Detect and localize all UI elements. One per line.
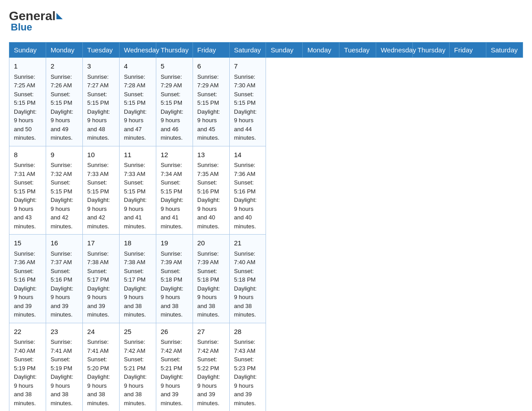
calendar-cell: 23Sunrise: 7:41 AMSunset: 5:19 PMDayligh…	[46, 323, 82, 411]
day-number: 16	[51, 238, 78, 248]
calendar-cell: 21Sunrise: 7:40 AMSunset: 5:18 PMDayligh…	[229, 235, 266, 323]
day-number: 21	[234, 238, 262, 248]
logo: General Blue	[9, 9, 64, 33]
calendar-cell: 6Sunrise: 7:29 AMSunset: 5:15 PMDaylight…	[193, 58, 229, 146]
day-number: 18	[124, 238, 151, 248]
header-day-wednesday: Wednesday	[376, 43, 413, 58]
calendar-header-row: SundayMondayTuesdayWednesdayThursdayFrid…	[9, 43, 523, 58]
day-number: 4	[124, 61, 151, 72]
day-number: 15	[14, 238, 41, 248]
day-number: 25	[124, 327, 151, 337]
day-number: 11	[124, 150, 151, 160]
calendar-cell: 25Sunrise: 7:42 AMSunset: 5:21 PMDayligh…	[119, 323, 156, 411]
calendar-table: SundayMondayTuesdayWednesdayThursdayFrid…	[9, 42, 523, 411]
header-monday: Monday	[46, 43, 82, 58]
calendar-cell: 17Sunrise: 7:38 AMSunset: 5:17 PMDayligh…	[82, 235, 119, 323]
day-number: 28	[234, 327, 262, 337]
calendar-cell: 5Sunrise: 7:29 AMSunset: 5:15 PMDaylight…	[156, 58, 193, 146]
calendar-cell: 2Sunrise: 7:26 AMSunset: 5:15 PMDaylight…	[46, 58, 82, 146]
day-number: 12	[161, 150, 188, 160]
calendar-week-row: 22Sunrise: 7:40 AMSunset: 5:19 PMDayligh…	[9, 323, 523, 411]
day-number: 10	[87, 150, 115, 160]
day-number: 26	[161, 327, 188, 337]
header-day-thursday: Thursday	[413, 43, 450, 58]
calendar-cell: 13Sunrise: 7:35 AMSunset: 5:16 PMDayligh…	[193, 146, 229, 235]
calendar-week-row: 15Sunrise: 7:36 AMSunset: 5:16 PMDayligh…	[9, 235, 523, 323]
page-header: General Blue	[9, 9, 523, 33]
logo-blue-text: Blue	[11, 21, 32, 33]
calendar-cell: 10Sunrise: 7:33 AMSunset: 5:15 PMDayligh…	[82, 146, 119, 235]
day-number: 3	[87, 61, 115, 72]
header-friday: Friday	[193, 43, 229, 58]
calendar-cell: 1Sunrise: 7:25 AMSunset: 5:15 PMDaylight…	[9, 58, 46, 146]
header-day-saturday: Saturday	[486, 43, 523, 58]
calendar-cell: 12Sunrise: 7:34 AMSunset: 5:15 PMDayligh…	[156, 146, 193, 235]
header-day-monday: Monday	[303, 43, 339, 58]
calendar-cell: 28Sunrise: 7:43 AMSunset: 5:23 PMDayligh…	[229, 323, 266, 411]
calendar-cell: 16Sunrise: 7:37 AMSunset: 5:16 PMDayligh…	[46, 235, 82, 323]
day-number: 2	[51, 61, 78, 72]
calendar-cell: 7Sunrise: 7:30 AMSunset: 5:15 PMDaylight…	[229, 58, 266, 146]
day-number: 7	[234, 61, 262, 72]
header-day-sunday: Sunday	[266, 43, 303, 58]
calendar-cell: 24Sunrise: 7:41 AMSunset: 5:20 PMDayligh…	[82, 323, 119, 411]
header-thursday: Thursday	[156, 43, 193, 58]
calendar-cell: 3Sunrise: 7:27 AMSunset: 5:15 PMDaylight…	[82, 58, 119, 146]
day-number: 17	[87, 238, 115, 248]
header-saturday: Saturday	[229, 43, 266, 58]
calendar-cell: 4Sunrise: 7:28 AMSunset: 5:15 PMDaylight…	[119, 58, 156, 146]
day-number: 1	[14, 61, 41, 72]
day-number: 14	[234, 150, 262, 160]
calendar-cell: 9Sunrise: 7:32 AMSunset: 5:15 PMDaylight…	[46, 146, 82, 235]
header-day-friday: Friday	[450, 43, 486, 58]
calendar-cell: 11Sunrise: 7:33 AMSunset: 5:15 PMDayligh…	[119, 146, 156, 235]
day-number: 13	[197, 150, 225, 160]
calendar-cell: 27Sunrise: 7:42 AMSunset: 5:22 PMDayligh…	[193, 323, 229, 411]
logo-arrow-icon	[56, 13, 63, 19]
day-number: 20	[197, 238, 225, 248]
day-number: 27	[197, 327, 225, 337]
day-number: 5	[161, 61, 188, 72]
calendar-week-row: 8Sunrise: 7:31 AMSunset: 5:15 PMDaylight…	[9, 146, 523, 235]
calendar-cell: 14Sunrise: 7:36 AMSunset: 5:16 PMDayligh…	[229, 146, 266, 235]
header-wednesday: Wednesday	[119, 43, 156, 58]
day-number: 6	[197, 61, 225, 72]
calendar-cell: 15Sunrise: 7:36 AMSunset: 5:16 PMDayligh…	[9, 235, 46, 323]
day-number: 9	[51, 150, 78, 160]
header-day-tuesday: Tuesday	[339, 43, 376, 58]
day-number: 24	[87, 327, 115, 337]
calendar-cell: 19Sunrise: 7:39 AMSunset: 5:18 PMDayligh…	[156, 235, 193, 323]
day-number: 23	[51, 327, 78, 337]
day-number: 8	[14, 150, 41, 160]
calendar-cell: 20Sunrise: 7:39 AMSunset: 5:18 PMDayligh…	[193, 235, 229, 323]
header-sunday: Sunday	[9, 43, 46, 58]
calendar-cell: 8Sunrise: 7:31 AMSunset: 5:15 PMDaylight…	[9, 146, 46, 235]
day-number: 19	[161, 238, 188, 248]
calendar-cell: 18Sunrise: 7:38 AMSunset: 5:17 PMDayligh…	[119, 235, 156, 323]
calendar-cell: 22Sunrise: 7:40 AMSunset: 5:19 PMDayligh…	[9, 323, 46, 411]
calendar-week-row: 1Sunrise: 7:25 AMSunset: 5:15 PMDaylight…	[9, 58, 523, 146]
header-tuesday: Tuesday	[82, 43, 119, 58]
day-number: 22	[14, 327, 41, 337]
calendar-cell: 26Sunrise: 7:42 AMSunset: 5:21 PMDayligh…	[156, 323, 193, 411]
